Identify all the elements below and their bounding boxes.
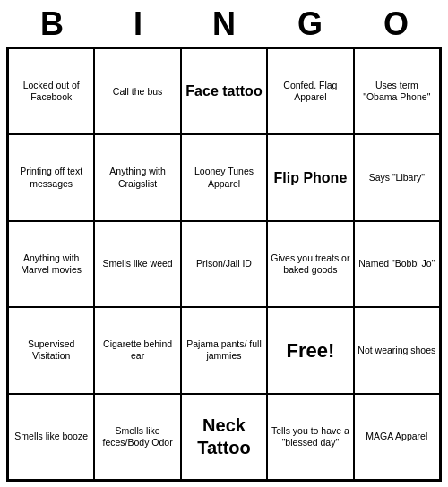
bingo-grid: Locked out of FacebookCall the busFace t… — [6, 47, 442, 482]
header-letter: G — [271, 5, 349, 43]
bingo-cell: Anything with Craigslist — [94, 134, 180, 220]
bingo-cell: Face tattoo — [181, 48, 267, 134]
bingo-cell: MAGA Apparel — [354, 394, 440, 480]
bingo-cell: Looney Tunes Apparel — [181, 134, 267, 220]
bingo-cell: Gives you treats or baked goods — [267, 221, 353, 307]
bingo-cell: Smells like feces/Body Odor — [94, 394, 180, 480]
bingo-cell: Call the bus — [94, 48, 180, 134]
header-letter: B — [13, 5, 91, 43]
header-letter: I — [99, 5, 177, 43]
header-letter: N — [185, 5, 263, 43]
bingo-cell: Prison/Jail ID — [181, 221, 267, 307]
bingo-cell: Confed. Flag Apparel — [267, 48, 353, 134]
bingo-header: BINGO — [9, 0, 439, 47]
bingo-cell: Neck Tattoo — [181, 394, 267, 480]
bingo-cell: Not wearing shoes — [354, 307, 440, 393]
bingo-cell: Supervised Visitation — [8, 307, 94, 393]
header-letter: O — [357, 5, 435, 43]
bingo-cell: Printing off text messages — [8, 134, 94, 220]
bingo-cell: Cigarette behind ear — [94, 307, 180, 393]
bingo-cell: Pajama pants/ full jammies — [181, 307, 267, 393]
bingo-cell: Uses term "Obama Phone" — [354, 48, 440, 134]
bingo-cell: Tells you to have a "blessed day" — [267, 394, 353, 480]
bingo-cell: Says "Libary" — [354, 134, 440, 220]
bingo-cell: Free! — [267, 307, 353, 393]
bingo-cell: Locked out of Facebook — [8, 48, 94, 134]
bingo-cell: Flip Phone — [267, 134, 353, 220]
bingo-cell: Named "Bobbi Jo" — [354, 221, 440, 307]
bingo-cell: Anything with Marvel movies — [8, 221, 94, 307]
bingo-cell: Smells like weed — [94, 221, 180, 307]
bingo-cell: Smells like booze — [8, 394, 94, 480]
